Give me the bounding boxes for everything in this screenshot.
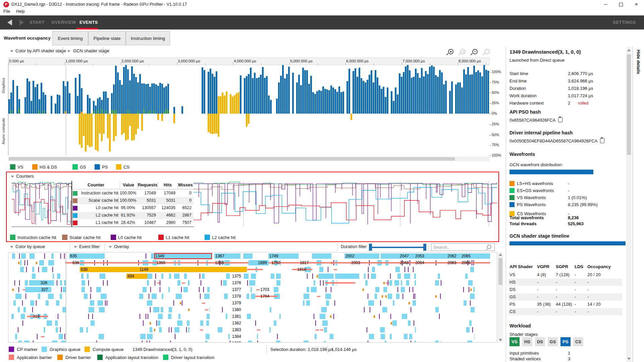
event-bar[interactable] xyxy=(177,280,180,286)
event-bar[interactable] xyxy=(440,294,441,299)
barrier-marker[interactable] xyxy=(317,296,320,297)
event-bar[interactable] xyxy=(396,294,399,299)
zoom-to-selection-icon[interactable]: ■ xyxy=(448,49,453,54)
event-bar[interactable] xyxy=(20,267,24,272)
event-bar[interactable] xyxy=(390,274,391,279)
event-bar[interactable] xyxy=(59,334,63,339)
event-bar[interactable] xyxy=(368,274,369,279)
event-bar[interactable] xyxy=(23,307,26,312)
event-bar[interactable] xyxy=(206,334,210,339)
event-bar[interactable] xyxy=(368,341,368,343)
event-bar-638[interactable] xyxy=(80,267,247,272)
event-bar[interactable] xyxy=(159,327,162,333)
barrier-marker[interactable] xyxy=(320,329,323,330)
driver-barrier-marker[interactable] xyxy=(188,309,190,311)
event-bar[interactable] xyxy=(147,334,153,339)
event-bar[interactable] xyxy=(320,314,325,319)
driver-barrier-marker[interactable] xyxy=(12,289,14,291)
event-bar[interactable] xyxy=(401,287,405,292)
event-bar[interactable] xyxy=(161,307,163,312)
event-bar[interactable] xyxy=(368,267,369,272)
event-bar[interactable] xyxy=(392,320,397,326)
event-bar-unlabeled[interactable] xyxy=(318,274,333,279)
scrollbar-thumb[interactable] xyxy=(498,258,502,285)
event-bar[interactable] xyxy=(103,280,104,286)
event-bar[interactable] xyxy=(469,287,469,292)
event-bar[interactable] xyxy=(319,267,323,272)
event-bar[interactable] xyxy=(181,287,182,292)
event-bar[interactable] xyxy=(441,280,441,286)
event-bar[interactable] xyxy=(21,314,25,319)
driver-barrier-marker[interactable] xyxy=(150,322,151,324)
event-bar-unlabeled[interactable] xyxy=(244,274,249,279)
event-bar[interactable] xyxy=(142,341,143,343)
minimize-button[interactable] xyxy=(598,0,613,9)
event-bar[interactable] xyxy=(15,294,21,299)
event-bar[interactable] xyxy=(55,320,58,326)
event-bar[interactable] xyxy=(380,300,381,306)
event-bar[interactable] xyxy=(170,341,171,343)
driver-barrier-marker[interactable] xyxy=(470,289,472,291)
event-bar[interactable] xyxy=(330,334,333,339)
event-bar[interactable] xyxy=(19,253,20,259)
event-bar[interactable] xyxy=(60,294,62,299)
barrier-marker[interactable] xyxy=(256,289,260,290)
duration-filter-handle-left[interactable] xyxy=(369,244,372,251)
nav-item-settings[interactable]: SETTINGS xyxy=(613,20,636,25)
event-bar[interactable] xyxy=(435,280,439,286)
event-bar[interactable] xyxy=(379,314,380,319)
stage-button-ds[interactable]: DS xyxy=(535,337,545,346)
event-bar[interactable] xyxy=(435,307,439,312)
event-bar[interactable] xyxy=(188,327,190,333)
event-bar[interactable] xyxy=(435,341,439,343)
event-bar[interactable] xyxy=(33,341,34,343)
event-bar[interactable] xyxy=(311,287,317,292)
event-bar[interactable] xyxy=(413,294,414,299)
maximize-button[interactable] xyxy=(613,0,629,9)
event-bar[interactable] xyxy=(186,327,187,333)
copy-hash-icon[interactable] xyxy=(600,138,604,143)
event-bar[interactable] xyxy=(38,267,39,272)
timeline-v-scrollbar[interactable] xyxy=(498,252,503,343)
event-bar[interactable] xyxy=(269,327,271,333)
event-bar[interactable] xyxy=(405,267,405,272)
event-bar[interactable] xyxy=(139,294,143,299)
event-bar[interactable] xyxy=(57,274,60,279)
event-bar[interactable] xyxy=(60,280,62,286)
event-bar[interactable] xyxy=(370,307,370,312)
event-bar[interactable] xyxy=(380,327,385,333)
stage-button-gs[interactable]: GS xyxy=(548,337,558,346)
scroll-down-icon[interactable] xyxy=(499,339,502,341)
event-bar[interactable] xyxy=(334,300,335,306)
event-bar[interactable] xyxy=(168,314,171,319)
event-bar[interactable] xyxy=(204,294,210,299)
driver-barrier-marker[interactable] xyxy=(154,329,155,331)
event-bar[interactable] xyxy=(221,280,222,286)
event-bar[interactable] xyxy=(388,294,392,299)
event-bar[interactable] xyxy=(314,314,314,319)
color-by-api-shader-stage-dropdown[interactable]: Color by API shader stage xyxy=(15,48,66,53)
event-bar[interactable] xyxy=(161,274,163,279)
event-bar[interactable] xyxy=(155,274,156,279)
event-bar[interactable] xyxy=(333,314,334,319)
event-bar[interactable] xyxy=(307,274,308,279)
event-bar[interactable] xyxy=(222,307,223,312)
event-bar[interactable] xyxy=(18,327,18,333)
event-bar[interactable] xyxy=(257,334,258,339)
event-bar[interactable] xyxy=(96,287,101,292)
event-bar[interactable] xyxy=(158,320,160,326)
overlay-dropdown[interactable]: Overlay xyxy=(114,244,129,249)
event-bar[interactable] xyxy=(39,260,44,265)
search-input[interactable] xyxy=(431,243,495,251)
stage-button-cs[interactable]: CS xyxy=(573,337,583,346)
event-bar[interactable] xyxy=(473,287,475,292)
event-bar[interactable] xyxy=(169,327,169,333)
driver-barrier-marker[interactable] xyxy=(374,315,375,318)
event-bar[interactable] xyxy=(60,327,61,333)
event-bar[interactable] xyxy=(174,274,179,279)
event-bar[interactable] xyxy=(202,274,205,279)
event-bar[interactable] xyxy=(32,274,36,279)
event-bar[interactable] xyxy=(409,334,412,339)
event-bar[interactable] xyxy=(470,294,475,299)
event-bar[interactable] xyxy=(107,280,108,286)
